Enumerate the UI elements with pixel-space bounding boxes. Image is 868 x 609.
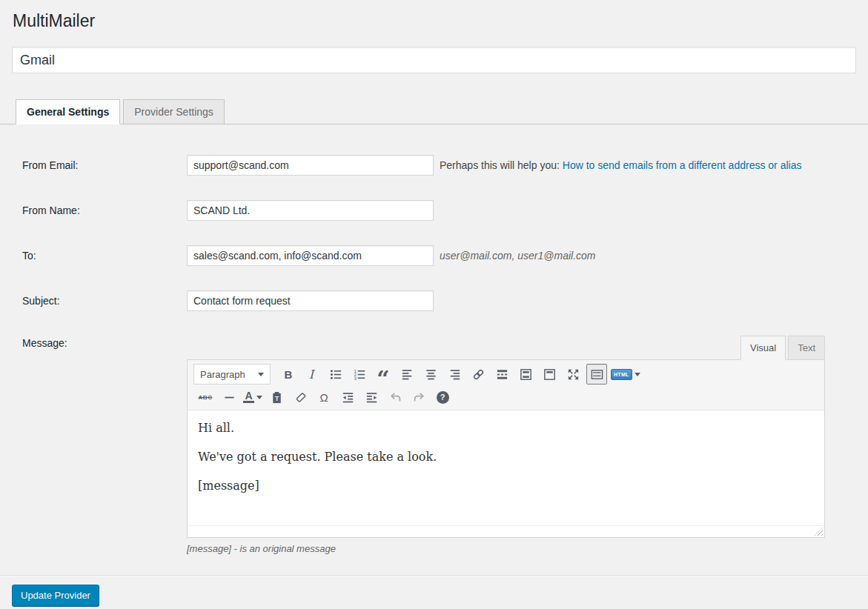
- from-email-label: From Email:: [0, 159, 187, 171]
- editor-tab-text[interactable]: Text: [788, 336, 825, 360]
- editor-tab-text-label: Text: [798, 342, 815, 353]
- editor-tab-visual[interactable]: Visual: [741, 336, 786, 360]
- from-name-row: From Name:: [0, 200, 868, 221]
- text-color-button[interactable]: A: [242, 387, 263, 407]
- editor-mode-tabs: Visual Text: [187, 336, 825, 359]
- subject-input[interactable]: [187, 290, 434, 311]
- paragraph-format-select[interactable]: Paragraph: [193, 364, 271, 385]
- redo-icon: [412, 390, 426, 405]
- from-email-row: From Email: Perhaps this will help you: …: [0, 155, 868, 176]
- editor-tab-visual-label: Visual: [750, 342, 776, 353]
- special-character-button[interactable]: Ω: [314, 387, 334, 407]
- outdent-button[interactable]: [337, 387, 358, 407]
- general-settings-panel: From Email: Perhaps this will help you: …: [0, 124, 868, 554]
- from-name-label: From Name:: [0, 204, 187, 216]
- help-icon: ?: [437, 391, 449, 404]
- insert-html-button[interactable]: HTML: [610, 364, 641, 385]
- tab-provider-settings[interactable]: Provider Settings: [123, 99, 225, 124]
- numbered-list-button[interactable]: 1 2 3: [349, 364, 370, 385]
- paste-as-text-icon: T: [270, 390, 284, 405]
- svg-text:3: 3: [354, 375, 357, 380]
- fullscreen-button[interactable]: [563, 364, 583, 385]
- message-label: Message:: [0, 336, 187, 349]
- from-email-help-text: Perhaps this will help you:: [440, 159, 560, 171]
- toolbar-toggle-icon: [590, 367, 604, 382]
- bullet-list-button[interactable]: [325, 364, 346, 385]
- message-hint: [message] - is an original message: [187, 543, 825, 554]
- insert-link-button[interactable]: [468, 364, 488, 385]
- blockquote-icon: “: [377, 366, 389, 382]
- blockquote-button[interactable]: “: [373, 364, 394, 385]
- editor-box: Paragraph B I: [187, 359, 825, 538]
- horizontal-rule-button[interactable]: [219, 387, 239, 407]
- to-label: To:: [0, 250, 187, 262]
- insert-header-button[interactable]: [539, 364, 560, 385]
- page-header: MultiMailer: [0, 0, 868, 32]
- provider-name-section: [0, 32, 868, 73]
- tab-general-settings-label: General Settings: [27, 106, 109, 118]
- toolbar-row-1: Paragraph B I: [193, 363, 818, 385]
- subject-label: Subject:: [0, 295, 187, 307]
- indent-icon: [365, 390, 379, 405]
- italic-button[interactable]: I: [302, 364, 322, 385]
- page-top-bottom-bars-icon: [519, 367, 533, 382]
- subject-row: Subject:: [0, 290, 868, 311]
- indent-button[interactable]: [361, 387, 382, 407]
- from-email-help-link[interactable]: How to send emails from a different addr…: [563, 159, 802, 171]
- tab-general-settings[interactable]: General Settings: [16, 99, 120, 124]
- to-hint: user@mail.com, user1@mail.com: [440, 250, 595, 262]
- align-left-icon: [400, 367, 414, 382]
- from-email-input[interactable]: [187, 155, 434, 176]
- link-icon: [471, 367, 486, 382]
- message-editor: Visual Text Paragraph B: [187, 336, 825, 554]
- tab-provider-settings-label: Provider Settings: [134, 106, 213, 118]
- message-row: Message: Visual Text Paragraph: [0, 336, 868, 554]
- paste-as-text-button[interactable]: T: [266, 387, 287, 407]
- provider-name-input[interactable]: [12, 47, 856, 73]
- text-color-icon: A: [243, 391, 254, 403]
- from-name-input[interactable]: [187, 200, 434, 221]
- editor-toolbar: Paragraph B I: [188, 360, 824, 410]
- eraser-icon: [294, 390, 308, 405]
- toolbar-row-2: ABC A: [193, 386, 818, 408]
- insert-header-footer-button[interactable]: [515, 364, 536, 385]
- message-paragraph: Hi all.: [198, 420, 814, 436]
- chevron-down-icon: [256, 396, 262, 399]
- resize-grip-icon[interactable]: [815, 528, 823, 536]
- omega-icon: Ω: [319, 391, 328, 404]
- to-row: To: user@mail.com, user1@mail.com: [0, 245, 868, 266]
- bullet-list-icon: [329, 367, 343, 382]
- outdent-icon: [341, 390, 355, 405]
- page-top-bar-icon: [543, 367, 557, 382]
- page-footer: Update Provider: [0, 575, 868, 609]
- bold-button[interactable]: B: [278, 364, 299, 385]
- to-input[interactable]: [187, 245, 434, 266]
- undo-icon: [388, 390, 402, 405]
- redo-button[interactable]: [408, 387, 429, 407]
- from-email-help: Perhaps this will help you: How to send …: [440, 159, 801, 171]
- help-button[interactable]: ?: [432, 387, 453, 407]
- editor-statusbar: [188, 525, 824, 537]
- update-provider-button[interactable]: Update Provider: [12, 585, 99, 606]
- chevron-down-icon: [635, 373, 640, 376]
- message-paragraph: [message]: [198, 478, 814, 494]
- paragraph-format-value: Paragraph: [200, 369, 245, 380]
- bold-icon: B: [285, 368, 293, 381]
- editor-content-area[interactable]: Hi all. We've got a request. Please take…: [188, 410, 824, 525]
- align-left-button[interactable]: [397, 364, 417, 385]
- align-right-button[interactable]: [444, 364, 465, 385]
- svg-text:T: T: [274, 394, 279, 402]
- message-paragraph: We've got a request. Please take a look.: [198, 449, 814, 465]
- clear-formatting-button[interactable]: [290, 387, 311, 407]
- fullscreen-icon: [566, 367, 580, 382]
- strikethrough-icon: ABC: [199, 394, 213, 401]
- numbered-list-icon: 1 2 3: [353, 367, 367, 382]
- italic-icon: I: [309, 367, 315, 382]
- align-center-button[interactable]: [420, 364, 441, 385]
- chevron-down-icon: [258, 373, 264, 376]
- align-center-icon: [424, 367, 438, 382]
- read-more-button[interactable]: [491, 364, 512, 385]
- toolbar-toggle-button[interactable]: [586, 364, 607, 385]
- undo-button[interactable]: [385, 387, 405, 407]
- strikethrough-button[interactable]: ABC: [195, 387, 216, 407]
